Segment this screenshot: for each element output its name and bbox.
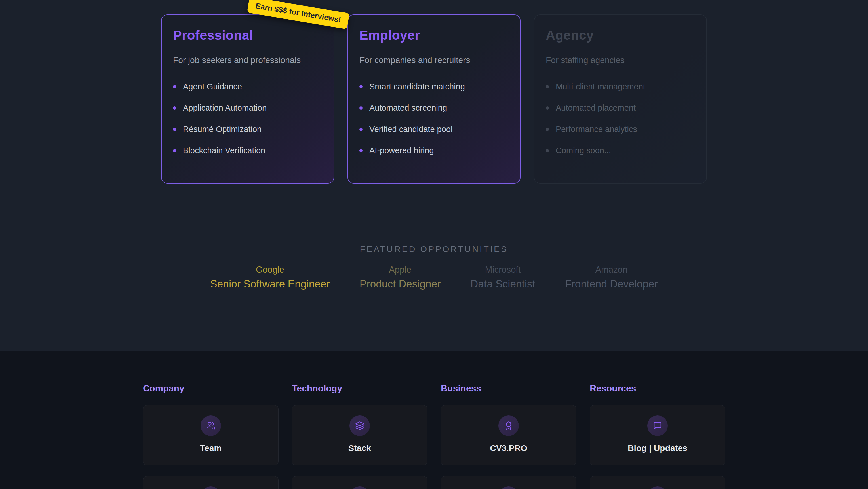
footer-tile-partial[interactable] [441, 476, 577, 489]
footer-column-technology: Technology Stack [292, 383, 428, 489]
users-icon [200, 415, 221, 436]
opportunity-microsoft[interactable]: Microsoft Data Scientist [471, 265, 535, 290]
plan-feature-label: Application Automation [183, 103, 267, 113]
bullet-icon [546, 85, 549, 88]
plan-feature-label: Verified candidate pool [369, 124, 453, 134]
plan-feature: Smart candidate matching [360, 82, 508, 91]
opportunity-role: Senior Software Engineer [210, 278, 330, 290]
footer-column-heading: Technology [292, 383, 428, 394]
tile-icon [498, 486, 519, 489]
plan-card-employer[interactable]: Employer For companies and recruiters Sm… [347, 15, 521, 183]
plan-feature: Blockchain Verification [173, 146, 322, 155]
plan-feature-label: Blockchain Verification [183, 146, 265, 155]
footer-tile-cv3pro[interactable]: CV3.PRO [441, 405, 577, 465]
footer-tile-partial[interactable] [590, 476, 725, 489]
bullet-icon [360, 149, 363, 152]
plan-feature-label: Performance analytics [556, 124, 637, 134]
footer-column-heading: Company [143, 383, 279, 394]
footer-columns: Company Team Technology Stack [143, 383, 725, 489]
plan-feature: Automated placement [546, 103, 695, 113]
opportunity-company: Microsoft [471, 265, 535, 275]
plan-feature-label: AI-powered hiring [369, 146, 434, 155]
plan-description: For staffing agencies [546, 55, 695, 65]
opportunity-role: Data Scientist [471, 278, 535, 290]
plans-row: Earn $$$ for Interviews! Professional Fo… [0, 15, 868, 183]
plan-card-agency: Agency For staffing agencies Multi-clien… [534, 15, 707, 183]
footer-tile-label: Team [143, 443, 278, 453]
plan-feature: Automated screening [360, 103, 508, 113]
featured-opportunities-section: FEATURED OPPORTUNITIES Google Senior Sof… [0, 211, 868, 324]
plan-feature: AI-powered hiring [360, 146, 508, 155]
opportunity-apple[interactable]: Apple Product Designer [360, 265, 441, 290]
plan-feature-list: Multi-client management Automated placem… [546, 82, 695, 155]
footer-tile-partial[interactable] [292, 476, 428, 489]
bullet-icon [546, 149, 549, 152]
plan-card-professional[interactable]: Earn $$$ for Interviews! Professional Fo… [161, 15, 334, 183]
footer: Company Team Technology Stack [0, 351, 868, 489]
bullet-icon [173, 128, 176, 131]
bullet-icon [173, 107, 176, 110]
bullet-icon [360, 128, 363, 131]
opportunity-role: Product Designer [360, 278, 441, 290]
tile-icon [200, 486, 221, 489]
earn-interviews-badge: Earn $$$ for Interviews! [247, 0, 349, 29]
bullet-icon [173, 149, 176, 152]
plan-feature-label: Multi-client management [556, 82, 645, 91]
plan-title: Employer [360, 28, 508, 43]
footer-tile-label: CV3.PRO [441, 443, 576, 453]
tile-icon [349, 486, 370, 489]
bullet-icon [173, 85, 176, 88]
bullet-icon [360, 85, 363, 88]
plan-feature-label: Agent Guidance [183, 82, 242, 91]
plan-feature-label: Résumé Optimization [183, 124, 261, 134]
opportunity-role: Frontend Developer [565, 278, 658, 290]
plans-section: Earn $$$ for Interviews! Professional Fo… [0, 1, 868, 211]
plan-feature-label: Smart candidate matching [369, 82, 465, 91]
featured-opportunities-row: Google Senior Software Engineer Apple Pr… [0, 265, 868, 290]
opportunity-company: Google [210, 265, 330, 275]
bullet-icon [546, 107, 549, 110]
plan-feature: Résumé Optimization [173, 124, 322, 134]
footer-tile-partial[interactable] [143, 476, 279, 489]
footer-tile-label: Blog | Updates [590, 443, 725, 453]
plan-title: Professional [173, 28, 322, 43]
bullet-icon [360, 107, 363, 110]
footer-column-heading: Business [441, 383, 577, 394]
tile-icon [647, 486, 668, 489]
plan-feature-list: Smart candidate matching Automated scree… [360, 82, 508, 155]
footer-tile-team[interactable]: Team [143, 405, 279, 465]
plan-feature-label: Automated screening [369, 103, 447, 113]
plan-description: For job seekers and professionals [173, 55, 322, 65]
featured-opportunities-heading: FEATURED OPPORTUNITIES [0, 244, 868, 254]
opportunity-amazon[interactable]: Amazon Frontend Developer [565, 265, 658, 290]
footer-column-heading: Resources [590, 383, 725, 394]
bullet-icon [546, 128, 549, 131]
message-square-icon [647, 415, 668, 436]
opportunity-google[interactable]: Google Senior Software Engineer [210, 265, 330, 290]
footer-tile-blog-updates[interactable]: Blog | Updates [590, 405, 725, 465]
plan-title: Agency [546, 28, 695, 43]
footer-tile-label: Stack [292, 443, 427, 453]
plan-feature: Performance analytics [546, 124, 695, 134]
plan-feature-label: Coming soon... [556, 146, 611, 155]
award-icon [498, 415, 519, 436]
layers-icon [349, 415, 370, 436]
plan-feature-label: Automated placement [556, 103, 636, 113]
opportunity-company: Apple [360, 265, 441, 275]
plan-feature-list: Agent Guidance Application Automation Ré… [173, 82, 322, 155]
plan-feature: Application Automation [173, 103, 322, 113]
footer-tile-stack[interactable]: Stack [292, 405, 428, 465]
plan-description: For companies and recruiters [360, 55, 508, 65]
footer-column-resources: Resources Blog | Updates [590, 383, 725, 489]
plan-feature: Agent Guidance [173, 82, 322, 91]
plan-feature: Coming soon... [546, 146, 695, 155]
footer-column-business: Business CV3.PRO [441, 383, 577, 489]
plan-feature: Verified candidate pool [360, 124, 508, 134]
opportunity-company: Amazon [565, 265, 658, 275]
plan-feature: Multi-client management [546, 82, 695, 91]
footer-column-company: Company Team [143, 383, 279, 489]
spacer-band [0, 324, 868, 351]
